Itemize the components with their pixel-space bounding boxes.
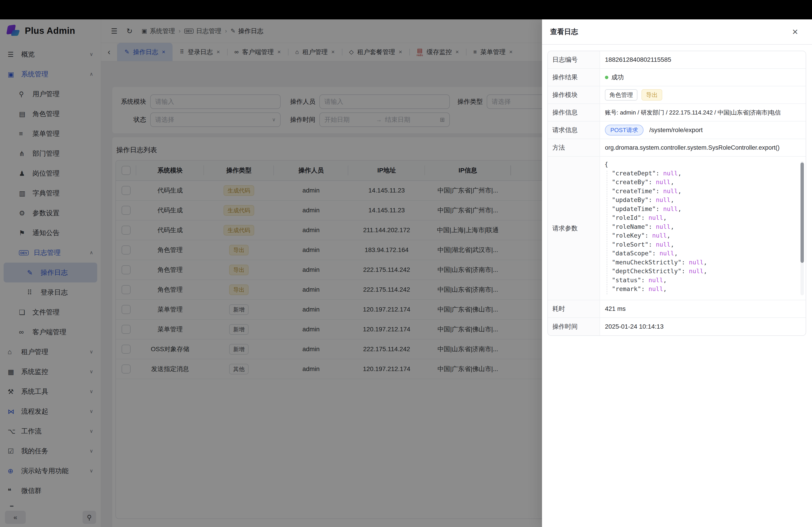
json-code: { "createDept": null, "createBy": null, … [600, 159, 806, 295]
json-line: "createBy": null, [605, 178, 797, 187]
json-line: { [605, 160, 797, 169]
post-request-badge: POST请求 [605, 125, 643, 135]
detail-label: 耗时 [548, 300, 600, 317]
drawer-header: 查看日志 × [542, 19, 812, 45]
json-line: "dataScope": null, [605, 249, 797, 258]
success-dot-icon [605, 76, 608, 79]
detail-value: 账号: admin / 研发部门 / 222.175.114.242 / 中国|… [600, 104, 806, 121]
detail-label: 操作时间 [548, 318, 600, 335]
detail-row-method: 方法 org.dromara.system.controller.system.… [548, 139, 806, 157]
json-line: "updateTime": null, [605, 205, 797, 213]
detail-label: 请求信息 [548, 121, 600, 139]
detail-row-duration: 耗时 421 ms [548, 300, 806, 318]
action-badge: 导出 [641, 89, 662, 101]
detail-label: 日志编号 [548, 51, 600, 68]
screenshot-stage: Plus Admin ☰ 概览 ∨ ▣ 系统管理 ∧ [0, 0, 812, 527]
json-line: "createTime": null, [605, 187, 797, 196]
close-icon[interactable]: × [792, 27, 798, 37]
json-line: "roleKey": null, [605, 231, 797, 240]
scrollbar-thumb[interactable] [800, 163, 804, 263]
log-detail-table: 日志编号 1882612840802115585 操作结果 成功 操作模块 角色… [548, 51, 806, 336]
json-line: "createDept": null, [605, 169, 797, 178]
detail-row-optime: 操作时间 2025-01-24 10:14:13 [548, 318, 806, 335]
detail-value: POST请求 /system/role/export [600, 121, 806, 139]
drawer-title: 查看日志 [550, 27, 578, 36]
detail-label: 操作模块 [548, 86, 600, 104]
window-top-strip [0, 0, 812, 19]
detail-value: 421 ms [600, 300, 806, 317]
result-text: 成功 [611, 73, 624, 81]
json-line: "roleSort": null, [605, 240, 797, 249]
detail-row-result: 操作结果 成功 [548, 69, 806, 86]
detail-row-module: 操作模块 角色管理 导出 [548, 86, 806, 104]
detail-label: 请求参数 [548, 157, 600, 300]
json-viewer[interactable]: { "createDept": null, "createBy": null, … [600, 159, 806, 298]
detail-value: { "createDept": null, "createBy": null, … [600, 157, 806, 300]
json-line: "deptCheckStrictly": null, [605, 267, 797, 276]
detail-row-params: 请求参数 { "createDept": null, "createBy": n… [548, 157, 806, 300]
detail-value: 2025-01-24 10:14:13 [600, 318, 806, 335]
request-path: /system/role/export [649, 126, 703, 134]
detail-row-request: 请求信息 POST请求 /system/role/export [548, 121, 806, 139]
detail-row-log-id: 日志编号 1882612840802115585 [548, 51, 806, 69]
json-line: "roleName": null, [605, 222, 797, 231]
view-log-drawer: 查看日志 × 日志编号 1882612840802115585 操作结果 成功 … [542, 19, 812, 527]
detail-label: 操作结果 [548, 69, 600, 86]
module-badge: 角色管理 [605, 89, 637, 101]
json-line: "status": null, [605, 276, 797, 285]
detail-label: 操作信息 [548, 104, 600, 121]
detail-row-info: 操作信息 账号: admin / 研发部门 / 222.175.114.242 … [548, 104, 806, 121]
json-line: "roleId": null, [605, 213, 797, 222]
detail-value: 角色管理 导出 [600, 86, 806, 104]
detail-value: org.dromara.system.controller.system.Sys… [600, 139, 806, 156]
detail-label: 方法 [548, 139, 600, 156]
detail-value: 成功 [600, 69, 806, 86]
json-line: "remark": null, [605, 284, 797, 293]
json-line: "updateBy": null, [605, 195, 797, 205]
json-line: "menuCheckStrictly": null, [605, 258, 797, 267]
detail-value: 1882612840802115585 [600, 51, 806, 68]
